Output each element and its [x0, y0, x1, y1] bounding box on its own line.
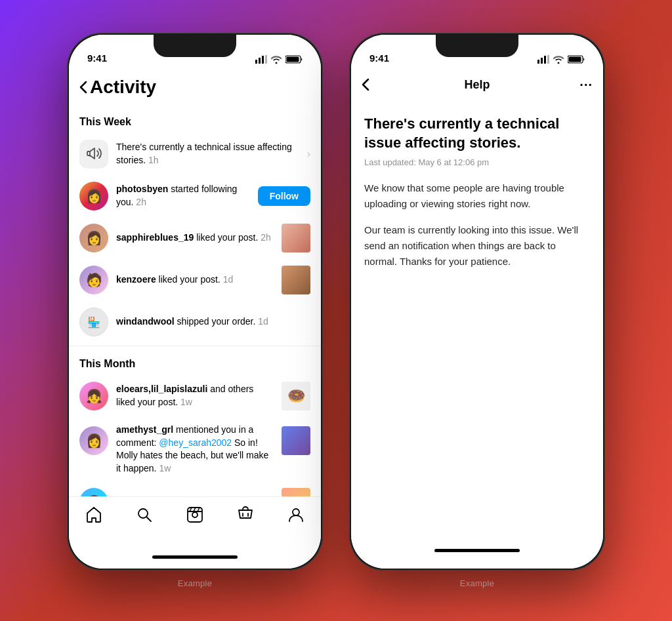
svg-rect-2	[262, 56, 264, 64]
megaphone-avatar	[79, 140, 108, 169]
svg-rect-19	[544, 56, 546, 64]
tech-issue-item[interactable]: There's currently a technical issue affe…	[69, 133, 321, 175]
photosbyen-text: photosbyen started following you. 2h	[116, 183, 250, 209]
sapphireblues-item[interactable]: 👩 sapphireblues_19 liked your post. 2h	[69, 217, 321, 259]
notch-1	[154, 35, 236, 57]
windandwool-avatar: 🏪	[79, 308, 108, 336]
eloears-avatar: 👧	[79, 382, 108, 411]
post-thumbnail-1	[282, 224, 310, 252]
svg-rect-3	[265, 55, 267, 64]
status-time-1: 9:41	[87, 52, 107, 64]
wifi-icon	[271, 56, 282, 64]
back-chevron-icon-help	[362, 78, 369, 91]
help-page-title: Help	[464, 78, 490, 92]
sapphireblues-text: sapphireblues_19 liked your post. 2h	[116, 231, 274, 245]
phone-label-1: Example	[178, 578, 213, 588]
search-icon	[136, 506, 153, 523]
phone-label-2: Example	[460, 578, 495, 588]
svg-rect-1	[259, 58, 261, 64]
eloears-text: eloears,lil_lapislazuli and others liked…	[116, 383, 274, 409]
windandwool-text: windandwool shipped your order. 1d	[116, 315, 310, 329]
post-thumbnail-4	[282, 426, 310, 455]
shop-icon	[237, 506, 254, 523]
lofti232-avatar: 👦	[79, 488, 108, 496]
sapphireblues-avatar: 👩	[79, 224, 108, 252]
signal-icon	[255, 55, 267, 64]
kenzoere-item[interactable]: 🧑 kenzoere liked your post. 1d	[69, 259, 321, 301]
help-phone-wrapper: 9:41	[349, 33, 605, 588]
this-month-title: This Month	[69, 349, 321, 375]
svg-point-9	[192, 512, 198, 517]
activity-scroll-area[interactable]: This Week There's currently a technical …	[69, 107, 321, 496]
battery-icon	[285, 55, 303, 64]
kenzoere-avatar: 🧑	[79, 266, 108, 294]
photosbyen-item[interactable]: 👩 photosbyen started following you. 2h F…	[69, 175, 321, 217]
help-paragraph-1: We know that some people are having trou…	[364, 180, 590, 212]
svg-rect-0	[255, 60, 257, 64]
help-paragraph-2: Our team is currently looking into this …	[364, 222, 590, 270]
svg-point-16	[293, 509, 299, 515]
notch-2	[436, 35, 518, 57]
back-button-help[interactable]	[362, 78, 369, 91]
svg-rect-22	[569, 57, 581, 62]
svg-rect-18	[541, 58, 543, 64]
tab-search[interactable]	[125, 505, 163, 525]
follow-button[interactable]: Follow	[258, 186, 310, 206]
amethyst-avatar: 👩	[79, 426, 108, 455]
tab-home[interactable]	[75, 505, 113, 525]
help-updated-text: Last updated: May 6 at 12:06 pm	[364, 157, 590, 167]
help-scroll-area[interactable]: There's currently a technical issue affe…	[351, 102, 603, 537]
signal-icon-2	[537, 55, 549, 64]
status-bar-1: 9:41	[69, 35, 321, 68]
windandwool-item[interactable]: 🏪 windandwool shipped your order. 1d	[69, 301, 321, 343]
more-options-button[interactable]: ···	[579, 77, 593, 92]
megaphone-icon	[85, 146, 102, 163]
battery-icon-2	[568, 55, 585, 64]
tab-reels[interactable]	[176, 505, 214, 525]
svg-rect-20	[547, 55, 549, 64]
kenzoere-text: kenzoere liked your post. 1d	[116, 273, 274, 287]
svg-rect-17	[537, 60, 539, 64]
status-bar-2: 9:41	[351, 35, 603, 68]
this-week-title: This Week	[69, 107, 321, 133]
reels-icon	[186, 506, 203, 523]
photosbyen-avatar: 👩	[79, 182, 108, 210]
help-nav-bar: Help ···	[351, 68, 603, 102]
wifi-icon-2	[553, 56, 564, 64]
tab-profile[interactable]	[277, 505, 315, 525]
home-indicator-2	[351, 537, 603, 569]
post-thumbnail-5	[282, 488, 310, 496]
svg-line-13	[198, 508, 200, 511]
svg-line-7	[146, 517, 151, 521]
tab-shop[interactable]	[226, 505, 264, 525]
tab-bar-activity	[69, 496, 321, 550]
status-icons-2	[537, 55, 585, 64]
activity-phone: 9:41	[67, 33, 323, 571]
activity-page-title: Activity	[90, 77, 156, 98]
activity-phone-wrapper: 9:41	[67, 33, 323, 588]
post-thumbnail-2	[282, 266, 310, 294]
amethyst-item[interactable]: 👩 amethyst_grl mentioned you in a commen…	[69, 417, 321, 481]
section-divider	[69, 346, 321, 346]
svg-rect-5	[287, 57, 299, 62]
eloears-item[interactable]: 👧 eloears,lil_lapislazuli and others lik…	[69, 375, 321, 417]
help-phone: 9:41	[349, 33, 605, 571]
status-time-2: 9:41	[369, 52, 389, 64]
back-button-activity[interactable]	[79, 81, 87, 94]
home-indicator-1	[69, 550, 321, 569]
activity-nav-bar: Activity	[69, 68, 321, 107]
amethyst-text: amethyst_grl mentioned you in a comment:…	[116, 424, 274, 475]
lofti232-item[interactable]: 👦 lofti232 liked your post. 1w	[69, 481, 321, 496]
help-title: There's currently a technical issue affe…	[364, 115, 590, 152]
arrow-icon: ›	[307, 148, 310, 160]
home-icon	[85, 506, 102, 523]
profile-icon	[287, 506, 304, 523]
svg-line-12	[194, 508, 196, 511]
post-thumbnail-3: 🍩	[282, 382, 310, 411]
back-chevron-icon	[79, 81, 87, 94]
tech-issue-text: There's currently a technical issue affe…	[116, 141, 299, 167]
status-icons-1	[255, 55, 303, 64]
